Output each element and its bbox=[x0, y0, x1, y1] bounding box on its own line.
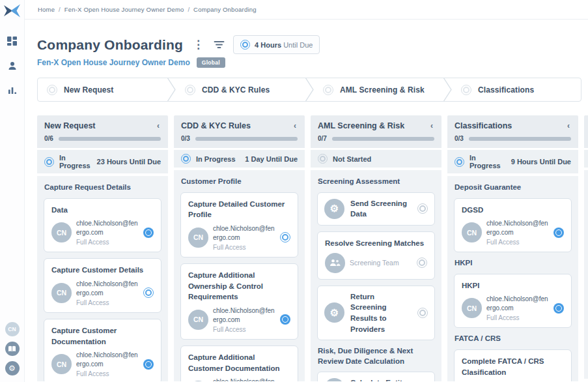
task-state-icon bbox=[553, 303, 564, 314]
assignee-info: chloe.Nicholson@fenergo.comFull Access bbox=[213, 306, 275, 333]
board-column-cdd-kyc-rules: CDD & KYC Rules‹0/3In Progress1 Day Unti… bbox=[174, 115, 305, 381]
main-area: Home / Fen-X Open House Journey Owner De… bbox=[25, 0, 588, 382]
user-avatar[interactable]: CN bbox=[5, 322, 20, 336]
status-label: In Progress bbox=[196, 155, 240, 163]
journey-stepper: New RequestCDD & KYC RulesAML Screening … bbox=[37, 78, 581, 102]
task-card[interactable]: ⚙Calculate Entity Risk Rating bbox=[317, 372, 435, 381]
analytics-icon[interactable] bbox=[7, 85, 18, 96]
breadcrumb-item[interactable]: Company Onboarding bbox=[193, 6, 257, 13]
task-group-title: Risk, Due Diligence & Next Review Date C… bbox=[318, 346, 434, 366]
due-suffix: Until Due bbox=[283, 41, 313, 49]
task-card[interactable]: DGSDCNchloe.Nicholson@fenergo.comFull Ac… bbox=[454, 198, 572, 253]
assignee-info: chloe.Nicholson@fenergo.comFull Access bbox=[486, 295, 549, 321]
scope-badge: Global bbox=[197, 57, 225, 68]
progress-bar bbox=[195, 137, 298, 141]
column-title-row: CDD & KYC Rules‹ bbox=[181, 121, 298, 130]
task-card[interactable]: DataCNchloe.Nicholson@fenergo.comFull Ac… bbox=[44, 198, 161, 253]
stepper-step-cdd-kyc-rules[interactable]: CDD & KYC Rules bbox=[176, 78, 305, 101]
stepper-step-aml-screening-risk[interactable]: AML Screening & Risk bbox=[314, 78, 443, 101]
progress-count: 0/3 bbox=[181, 135, 190, 142]
page-content: Company Onboarding ⋮ 4 Hours Until Due F… bbox=[25, 20, 588, 381]
task-state-icon bbox=[280, 314, 290, 325]
assignee-email: chloe.Nicholson@fenergo.com bbox=[76, 351, 139, 369]
task-card[interactable]: Complete FATCA / CRS ClasificationCNchlo… bbox=[454, 349, 572, 381]
breadcrumb-item[interactable]: Home bbox=[38, 6, 55, 13]
task-assignee-row: CNchloe.Nicholson@fenergo.comFull Access bbox=[462, 295, 564, 321]
column-progress: 0/3 bbox=[455, 135, 571, 142]
assignee-info: chloe.Nicholson@fenergo.comFull Access bbox=[76, 219, 139, 246]
column-status-row bbox=[584, 150, 588, 168]
task-title: Resolve Screening Matches bbox=[325, 238, 427, 249]
stepper-step-new-request[interactable]: New Request bbox=[38, 78, 167, 101]
status-icon bbox=[44, 157, 54, 167]
task-assignee-row: CNchloe.Nicholson@fenergo.comFull Access bbox=[51, 280, 154, 306]
task-card[interactable]: ⚙Return Screening Results to Providers bbox=[317, 286, 435, 341]
board-column-aml-screening-risk: AML Screening & Risk‹0/7Not StartedScree… bbox=[311, 115, 441, 381]
assignee-access-level: Full Access bbox=[213, 244, 275, 251]
task-card[interactable]: Capture Additional Customer Documentatio… bbox=[180, 345, 298, 381]
assignee-access-level: Full Access bbox=[486, 314, 549, 321]
team-name: Screening Team bbox=[350, 259, 412, 267]
step-label: Classifications bbox=[478, 85, 534, 95]
column-header: New Request‹0/6 bbox=[37, 115, 168, 148]
more-options-button[interactable]: ⋮ bbox=[191, 39, 205, 50]
assignee-avatar: CN bbox=[462, 298, 482, 318]
task-title: Send Screening Data bbox=[350, 198, 412, 220]
task-card[interactable]: Capture Additional Ownership & Control R… bbox=[180, 263, 298, 340]
collapse-column-button[interactable]: ‹ bbox=[566, 121, 571, 130]
task-state-icon bbox=[143, 228, 154, 238]
system-gear-icon: ⚙ bbox=[324, 302, 344, 323]
task-assignee-row: CNchloe.Nicholson@fenergo.comFull Access bbox=[51, 219, 154, 246]
progress-count: 0/7 bbox=[318, 135, 327, 142]
column-status-row: Not Started bbox=[311, 150, 441, 168]
assignee-email: chloe.Nicholson@fenergo.com bbox=[486, 219, 549, 237]
user-icon[interactable] bbox=[7, 61, 18, 71]
step-status-icon bbox=[47, 85, 57, 95]
step-separator bbox=[305, 78, 314, 101]
app-window: CN ⚙ Home / Fen-X Open House Journey Own… bbox=[0, 0, 588, 382]
assignee-access-level: Full Access bbox=[213, 326, 275, 333]
task-state-icon bbox=[417, 203, 428, 214]
collapse-column-button[interactable]: ‹ bbox=[292, 121, 298, 130]
stepper-step-classifications[interactable]: Classifications bbox=[452, 78, 581, 101]
journey-link[interactable]: Fen-X Open House Journey Owner Demo bbox=[37, 58, 190, 67]
column-progress: 0/6 bbox=[44, 135, 161, 142]
task-card[interactable]: Capture Detailed Customer ProfileCNchloe… bbox=[180, 192, 298, 257]
filter-icon[interactable] bbox=[214, 40, 225, 49]
gear-icon[interactable]: ⚙ bbox=[5, 361, 20, 375]
assignee-avatar: CN bbox=[188, 381, 208, 381]
assignee-access-level: Full Access bbox=[76, 370, 139, 377]
assignee-access-level: Full Access bbox=[76, 239, 139, 246]
assignee-avatar: CN bbox=[188, 228, 208, 248]
step-label: CDD & KYC Rules bbox=[202, 85, 270, 95]
task-card[interactable]: HKPICNchloe.Nicholson@fenergo.comFull Ac… bbox=[454, 274, 572, 329]
status-icon bbox=[455, 157, 464, 167]
board-column-new-request: New Request‹0/6In Progress23 Hours Until… bbox=[37, 115, 168, 381]
journey-due-badge: 4 Hours Until Due bbox=[233, 35, 320, 54]
step-label: New Request bbox=[64, 85, 113, 95]
column-progress: 0/3 bbox=[181, 135, 298, 142]
page-subheader: Fen-X Open House Journey Owner Demo Glob… bbox=[37, 57, 588, 68]
fenx-logo-icon bbox=[3, 4, 21, 20]
column-title: AML Screening & Risk bbox=[318, 121, 404, 130]
progress-count: 0/6 bbox=[44, 135, 53, 142]
collapse-column-button[interactable]: ‹ bbox=[156, 121, 161, 130]
task-title: Capture Detailed Customer Profile bbox=[188, 199, 290, 220]
task-card[interactable]: Capture Customer DocumentationCNchloe.Ni… bbox=[44, 319, 161, 381]
breadcrumb-item[interactable]: Fen-X Open House Journey Owner Demo bbox=[64, 6, 184, 13]
assignee-email: chloe.Nicholson@fenergo.com bbox=[76, 280, 139, 298]
task-card[interactable]: Capture Customer DetailsCNchloe.Nicholso… bbox=[44, 258, 161, 313]
column-header: CDD & KYC Rules‹0/3 bbox=[174, 115, 305, 148]
task-group-title: Deposit Guarantee bbox=[455, 183, 571, 193]
task-card[interactable]: ⚙Send Screening Data bbox=[317, 192, 435, 226]
system-gear-icon: ⚙ bbox=[324, 199, 344, 219]
step-status-icon bbox=[185, 85, 195, 95]
task-card[interactable]: Resolve Screening MatchesScreening Team bbox=[317, 231, 435, 280]
collapse-column-button[interactable]: ‹ bbox=[429, 121, 434, 130]
system-gear-icon: ⚙ bbox=[324, 378, 344, 381]
dashboard-icon[interactable] bbox=[7, 36, 18, 46]
board-column-next-clipped bbox=[584, 115, 588, 379]
due-countdown: 23 Hours Until Due bbox=[97, 158, 161, 166]
book-icon[interactable] bbox=[5, 342, 20, 356]
column-card-list: Capture Request DetailsDataCNchloe.Nicho… bbox=[37, 176, 168, 381]
